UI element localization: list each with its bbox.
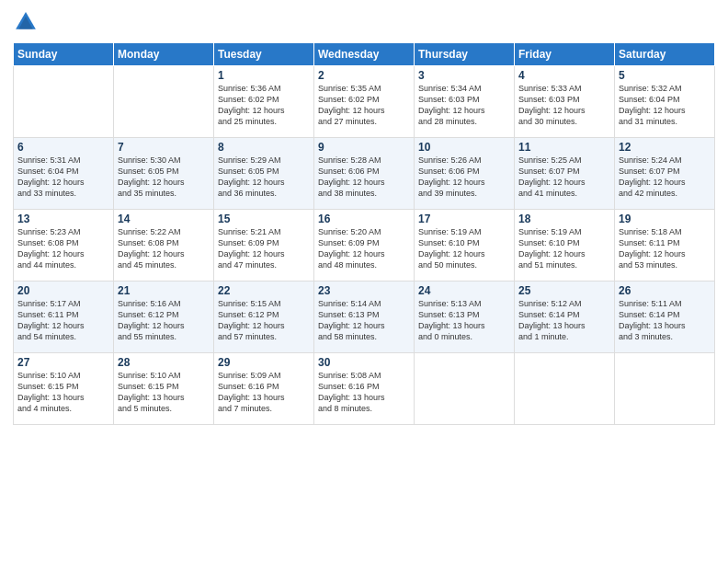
day-detail: Sunrise: 5:08 AM Sunset: 6:16 PM Dayligh…	[318, 370, 410, 415]
day-number: 30	[318, 356, 410, 369]
day-number: 2	[318, 69, 410, 82]
weekday-header-row: SundayMondayTuesdayWednesdayThursdayFrid…	[14, 43, 715, 66]
day-number: 24	[418, 284, 510, 297]
calendar-cell: 13Sunrise: 5:23 AM Sunset: 6:08 PM Dayli…	[14, 210, 114, 282]
day-number: 10	[418, 141, 510, 154]
day-number: 8	[218, 141, 310, 154]
day-detail: Sunrise: 5:10 AM Sunset: 6:15 PM Dayligh…	[17, 370, 109, 415]
day-number: 6	[17, 141, 109, 154]
calendar-cell	[14, 66, 114, 138]
day-number: 4	[518, 69, 610, 82]
day-detail: Sunrise: 5:25 AM Sunset: 6:07 PM Dayligh…	[518, 155, 610, 200]
day-detail: Sunrise: 5:26 AM Sunset: 6:06 PM Dayligh…	[418, 155, 510, 200]
weekday-tuesday: Tuesday	[214, 43, 314, 66]
calendar-cell: 28Sunrise: 5:10 AM Sunset: 6:15 PM Dayli…	[114, 353, 214, 425]
day-detail: Sunrise: 5:18 AM Sunset: 6:11 PM Dayligh…	[619, 226, 711, 271]
day-number: 1	[218, 69, 310, 82]
day-detail: Sunrise: 5:12 AM Sunset: 6:14 PM Dayligh…	[518, 298, 610, 343]
calendar-cell: 9Sunrise: 5:28 AM Sunset: 6:06 PM Daylig…	[314, 138, 415, 210]
day-detail: Sunrise: 5:10 AM Sunset: 6:15 PM Dayligh…	[118, 370, 210, 415]
calendar-cell: 21Sunrise: 5:16 AM Sunset: 6:12 PM Dayli…	[114, 282, 214, 353]
day-number: 23	[318, 284, 410, 297]
day-number: 11	[518, 141, 610, 154]
day-detail: Sunrise: 5:32 AM Sunset: 6:04 PM Dayligh…	[619, 83, 711, 128]
week-row-2: 6Sunrise: 5:31 AM Sunset: 6:04 PM Daylig…	[14, 138, 715, 210]
calendar-cell: 22Sunrise: 5:15 AM Sunset: 6:12 PM Dayli…	[214, 282, 314, 353]
calendar-body: 1Sunrise: 5:36 AM Sunset: 6:02 PM Daylig…	[14, 66, 715, 425]
calendar-table: SundayMondayTuesdayWednesdayThursdayFrid…	[13, 42, 715, 425]
week-row-4: 20Sunrise: 5:17 AM Sunset: 6:11 PM Dayli…	[14, 282, 715, 353]
day-detail: Sunrise: 5:17 AM Sunset: 6:11 PM Dayligh…	[17, 298, 109, 343]
day-detail: Sunrise: 5:22 AM Sunset: 6:08 PM Dayligh…	[118, 226, 210, 271]
calendar-cell: 30Sunrise: 5:08 AM Sunset: 6:16 PM Dayli…	[314, 353, 415, 425]
day-detail: Sunrise: 5:36 AM Sunset: 6:02 PM Dayligh…	[218, 83, 310, 128]
calendar-cell	[615, 353, 715, 425]
day-number: 16	[318, 213, 410, 225]
day-number: 26	[619, 284, 711, 297]
calendar-cell: 24Sunrise: 5:13 AM Sunset: 6:13 PM Dayli…	[415, 282, 515, 353]
weekday-wednesday: Wednesday	[314, 43, 415, 66]
day-detail: Sunrise: 5:23 AM Sunset: 6:08 PM Dayligh…	[17, 226, 109, 271]
day-detail: Sunrise: 5:35 AM Sunset: 6:02 PM Dayligh…	[318, 83, 410, 128]
day-number: 9	[318, 141, 410, 154]
calendar-cell: 23Sunrise: 5:14 AM Sunset: 6:13 PM Dayli…	[314, 282, 415, 353]
day-detail: Sunrise: 5:30 AM Sunset: 6:05 PM Dayligh…	[118, 155, 210, 200]
calendar-cell: 25Sunrise: 5:12 AM Sunset: 6:14 PM Dayli…	[515, 282, 615, 353]
weekday-monday: Monday	[114, 43, 214, 66]
calendar-cell: 18Sunrise: 5:19 AM Sunset: 6:10 PM Dayli…	[515, 210, 615, 282]
weekday-thursday: Thursday	[415, 43, 515, 66]
calendar-cell	[415, 353, 515, 425]
day-detail: Sunrise: 5:31 AM Sunset: 6:04 PM Dayligh…	[17, 155, 109, 200]
day-detail: Sunrise: 5:28 AM Sunset: 6:06 PM Dayligh…	[318, 155, 410, 200]
day-number: 3	[418, 69, 510, 82]
calendar-cell: 15Sunrise: 5:21 AM Sunset: 6:09 PM Dayli…	[214, 210, 314, 282]
calendar-cell: 19Sunrise: 5:18 AM Sunset: 6:11 PM Dayli…	[615, 210, 715, 282]
day-detail: Sunrise: 5:21 AM Sunset: 6:09 PM Dayligh…	[218, 226, 310, 271]
calendar-cell	[515, 353, 615, 425]
day-detail: Sunrise: 5:09 AM Sunset: 6:16 PM Dayligh…	[218, 370, 310, 415]
day-detail: Sunrise: 5:19 AM Sunset: 6:10 PM Dayligh…	[418, 226, 510, 271]
day-number: 22	[218, 284, 310, 297]
day-number: 20	[17, 284, 109, 297]
calendar-cell: 7Sunrise: 5:30 AM Sunset: 6:05 PM Daylig…	[114, 138, 214, 210]
day-number: 5	[619, 69, 711, 82]
weekday-sunday: Sunday	[14, 43, 114, 66]
calendar-cell: 1Sunrise: 5:36 AM Sunset: 6:02 PM Daylig…	[214, 66, 314, 138]
calendar-cell: 8Sunrise: 5:29 AM Sunset: 6:05 PM Daylig…	[214, 138, 314, 210]
day-number: 15	[218, 213, 310, 225]
day-number: 25	[518, 284, 610, 297]
day-detail: Sunrise: 5:20 AM Sunset: 6:09 PM Dayligh…	[318, 226, 410, 271]
day-number: 17	[418, 213, 510, 225]
calendar-cell: 16Sunrise: 5:20 AM Sunset: 6:09 PM Dayli…	[314, 210, 415, 282]
day-detail: Sunrise: 5:34 AM Sunset: 6:03 PM Dayligh…	[418, 83, 510, 128]
calendar-cell: 12Sunrise: 5:24 AM Sunset: 6:07 PM Dayli…	[615, 138, 715, 210]
day-number: 19	[619, 213, 711, 225]
calendar-cell: 6Sunrise: 5:31 AM Sunset: 6:04 PM Daylig…	[14, 138, 114, 210]
calendar-cell: 2Sunrise: 5:35 AM Sunset: 6:02 PM Daylig…	[314, 66, 415, 138]
day-number: 7	[118, 141, 210, 154]
calendar-header: SundayMondayTuesdayWednesdayThursdayFrid…	[14, 43, 715, 66]
day-detail: Sunrise: 5:11 AM Sunset: 6:14 PM Dayligh…	[619, 298, 711, 343]
calendar-cell: 29Sunrise: 5:09 AM Sunset: 6:16 PM Dayli…	[214, 353, 314, 425]
weekday-friday: Friday	[515, 43, 615, 66]
calendar-cell: 17Sunrise: 5:19 AM Sunset: 6:10 PM Dayli…	[415, 210, 515, 282]
logo	[13, 9, 42, 35]
day-detail: Sunrise: 5:24 AM Sunset: 6:07 PM Dayligh…	[619, 155, 711, 200]
day-number: 28	[118, 356, 210, 369]
day-number: 27	[17, 356, 109, 369]
week-row-3: 13Sunrise: 5:23 AM Sunset: 6:08 PM Dayli…	[14, 210, 715, 282]
calendar-cell: 26Sunrise: 5:11 AM Sunset: 6:14 PM Dayli…	[615, 282, 715, 353]
day-number: 21	[118, 284, 210, 297]
day-detail: Sunrise: 5:29 AM Sunset: 6:05 PM Dayligh…	[218, 155, 310, 200]
header	[13, 9, 715, 35]
day-number: 12	[619, 141, 711, 154]
page: SundayMondayTuesdayWednesdayThursdayFrid…	[0, 0, 728, 563]
calendar-cell: 10Sunrise: 5:26 AM Sunset: 6:06 PM Dayli…	[415, 138, 515, 210]
calendar-cell	[114, 66, 214, 138]
day-detail: Sunrise: 5:15 AM Sunset: 6:12 PM Dayligh…	[218, 298, 310, 343]
calendar-cell: 11Sunrise: 5:25 AM Sunset: 6:07 PM Dayli…	[515, 138, 615, 210]
day-detail: Sunrise: 5:16 AM Sunset: 6:12 PM Dayligh…	[118, 298, 210, 343]
day-number: 14	[118, 213, 210, 225]
calendar-cell: 4Sunrise: 5:33 AM Sunset: 6:03 PM Daylig…	[515, 66, 615, 138]
logo-icon	[13, 9, 39, 35]
